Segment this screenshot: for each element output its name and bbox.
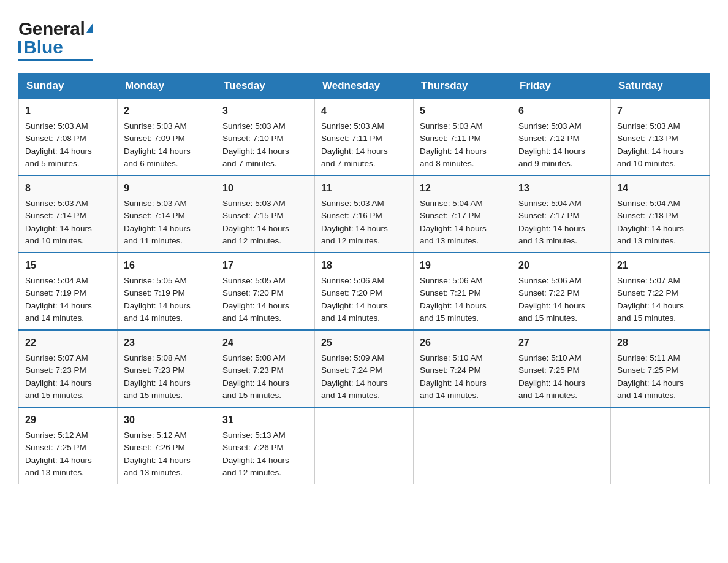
day-number: 26: [420, 335, 506, 350]
sunset-label: Sunset: 7:23 PM: [25, 366, 86, 375]
daylight-minutes: and 13 minutes.: [518, 236, 577, 245]
calendar-cell: 15 Sunrise: 5:04 AM Sunset: 7:19 PM Dayl…: [19, 253, 118, 330]
daylight-minutes: and 15 minutes.: [222, 391, 281, 400]
day-number: 22: [25, 335, 111, 350]
daylight-label: Daylight: 14 hours: [518, 301, 585, 310]
calendar-cell: 25 Sunrise: 5:09 AM Sunset: 7:24 PM Dayl…: [315, 330, 414, 407]
sunrise-label: Sunrise: 5:03 AM: [321, 199, 384, 208]
day-number: 8: [25, 181, 111, 196]
daylight-label: Daylight: 14 hours: [25, 224, 92, 233]
week-row-3: 15 Sunrise: 5:04 AM Sunset: 7:19 PM Dayl…: [19, 253, 710, 330]
daylight-label: Daylight: 14 hours: [124, 456, 191, 465]
sunrise-label: Sunrise: 5:12 AM: [124, 431, 187, 440]
sunset-label: Sunset: 7:14 PM: [25, 211, 86, 220]
day-number: 9: [124, 181, 210, 196]
daylight-label: Daylight: 14 hours: [25, 301, 92, 310]
daylight-minutes: and 13 minutes.: [420, 236, 479, 245]
week-row-5: 29 Sunrise: 5:12 AM Sunset: 7:25 PM Dayl…: [19, 407, 710, 484]
daylight-label: Daylight: 14 hours: [321, 147, 388, 156]
header-thursday: Thursday: [414, 74, 512, 99]
daylight-minutes: and 14 minutes.: [124, 313, 183, 323]
daylight-minutes: and 15 minutes.: [25, 391, 84, 400]
day-number: 29: [25, 413, 111, 427]
sunset-label: Sunset: 7:11 PM: [420, 134, 481, 143]
calendar-cell: 29 Sunrise: 5:12 AM Sunset: 7:25 PM Dayl…: [19, 407, 118, 484]
calendar-cell: 6 Sunrise: 5:03 AM Sunset: 7:12 PM Dayli…: [512, 99, 611, 176]
day-number: 24: [222, 335, 308, 350]
calendar-cell: 12 Sunrise: 5:04 AM Sunset: 7:17 PM Dayl…: [414, 175, 512, 253]
daylight-label: Daylight: 14 hours: [617, 147, 684, 156]
daylight-label: Daylight: 14 hours: [222, 224, 289, 233]
day-number: 5: [420, 104, 506, 118]
day-number: 11: [321, 181, 407, 196]
daylight-label: Daylight: 14 hours: [124, 301, 191, 310]
sunrise-label: Sunrise: 5:08 AM: [222, 353, 286, 362]
day-number: 6: [518, 104, 604, 118]
sunset-label: Sunset: 7:17 PM: [518, 211, 580, 220]
sunrise-label: Sunrise: 5:03 AM: [222, 121, 286, 131]
sunset-label: Sunset: 7:12 PM: [518, 134, 580, 143]
sunset-label: Sunset: 7:25 PM: [518, 366, 580, 375]
calendar-cell: 5 Sunrise: 5:03 AM Sunset: 7:11 PM Dayli…: [414, 99, 512, 176]
sunrise-label: Sunrise: 5:07 AM: [25, 353, 88, 362]
sunrise-label: Sunrise: 5:03 AM: [124, 121, 187, 131]
day-number: 7: [617, 104, 703, 118]
header-saturday: Saturday: [611, 74, 710, 99]
sunset-label: Sunset: 7:25 PM: [25, 443, 86, 452]
calendar-cell: 2 Sunrise: 5:03 AM Sunset: 7:09 PM Dayli…: [118, 99, 216, 176]
daylight-label: Daylight: 14 hours: [321, 378, 388, 388]
daylight-label: Daylight: 14 hours: [25, 147, 92, 156]
sunrise-label: Sunrise: 5:07 AM: [617, 276, 680, 285]
sunset-label: Sunset: 7:09 PM: [124, 134, 185, 143]
sunset-label: Sunset: 7:20 PM: [321, 288, 382, 297]
logo: General Blue: [18, 18, 93, 61]
daylight-minutes: and 12 minutes.: [222, 468, 281, 477]
calendar-cell: 4 Sunrise: 5:03 AM Sunset: 7:11 PM Dayli…: [315, 99, 414, 176]
daylight-label: Daylight: 14 hours: [518, 378, 585, 388]
day-number: 30: [124, 413, 210, 427]
sunset-label: Sunset: 7:14 PM: [124, 211, 185, 220]
sunrise-label: Sunrise: 5:08 AM: [124, 353, 187, 362]
day-number: 21: [617, 258, 703, 273]
week-row-2: 8 Sunrise: 5:03 AM Sunset: 7:14 PM Dayli…: [19, 175, 710, 253]
calendar-cell: 19 Sunrise: 5:06 AM Sunset: 7:21 PM Dayl…: [414, 253, 512, 330]
daylight-minutes: and 14 minutes.: [321, 391, 380, 400]
calendar-cell: 8 Sunrise: 5:03 AM Sunset: 7:14 PM Dayli…: [19, 175, 118, 253]
sunset-label: Sunset: 7:11 PM: [321, 134, 382, 143]
daylight-minutes: and 9 minutes.: [518, 159, 573, 168]
calendar-cell: [512, 407, 611, 484]
calendar-cell: 23 Sunrise: 5:08 AM Sunset: 7:23 PM Dayl…: [118, 330, 216, 407]
sunset-label: Sunset: 7:17 PM: [420, 211, 481, 220]
daylight-minutes: and 6 minutes.: [124, 159, 178, 168]
sunrise-label: Sunrise: 5:04 AM: [420, 199, 483, 208]
sunrise-label: Sunrise: 5:03 AM: [321, 121, 384, 131]
sunrise-label: Sunrise: 5:09 AM: [321, 353, 384, 362]
daylight-minutes: and 15 minutes.: [617, 313, 676, 323]
day-number: 25: [321, 335, 407, 350]
day-number: 10: [222, 181, 308, 196]
calendar-cell: 11 Sunrise: 5:03 AM Sunset: 7:16 PM Dayl…: [315, 175, 414, 253]
week-row-4: 22 Sunrise: 5:07 AM Sunset: 7:23 PM Dayl…: [19, 330, 710, 407]
daylight-minutes: and 14 minutes.: [518, 391, 577, 400]
day-number: 28: [617, 335, 703, 350]
header-friday: Friday: [512, 74, 611, 99]
calendar-cell: 18 Sunrise: 5:06 AM Sunset: 7:20 PM Dayl…: [315, 253, 414, 330]
daylight-label: Daylight: 14 hours: [321, 301, 388, 310]
sunset-label: Sunset: 7:22 PM: [518, 288, 580, 297]
sunrise-label: Sunrise: 5:05 AM: [124, 276, 187, 285]
logo-general-text: General: [18, 18, 85, 39]
day-number: 2: [124, 104, 210, 118]
calendar-cell: 21 Sunrise: 5:07 AM Sunset: 7:22 PM Dayl…: [611, 253, 710, 330]
calendar-cell: 27 Sunrise: 5:10 AM Sunset: 7:25 PM Dayl…: [512, 330, 611, 407]
sunrise-label: Sunrise: 5:04 AM: [518, 199, 582, 208]
logo-triangle-icon: [86, 23, 93, 33]
sunset-label: Sunset: 7:16 PM: [321, 211, 382, 220]
sunrise-label: Sunrise: 5:03 AM: [420, 121, 483, 131]
day-number: 1: [25, 104, 111, 118]
daylight-minutes: and 14 minutes.: [321, 313, 380, 323]
calendar-cell: 22 Sunrise: 5:07 AM Sunset: 7:23 PM Dayl…: [19, 330, 118, 407]
calendar-cell: 20 Sunrise: 5:06 AM Sunset: 7:22 PM Dayl…: [512, 253, 611, 330]
daylight-label: Daylight: 14 hours: [518, 224, 585, 233]
sunrise-label: Sunrise: 5:03 AM: [124, 199, 187, 208]
sunrise-label: Sunrise: 5:06 AM: [518, 276, 582, 285]
